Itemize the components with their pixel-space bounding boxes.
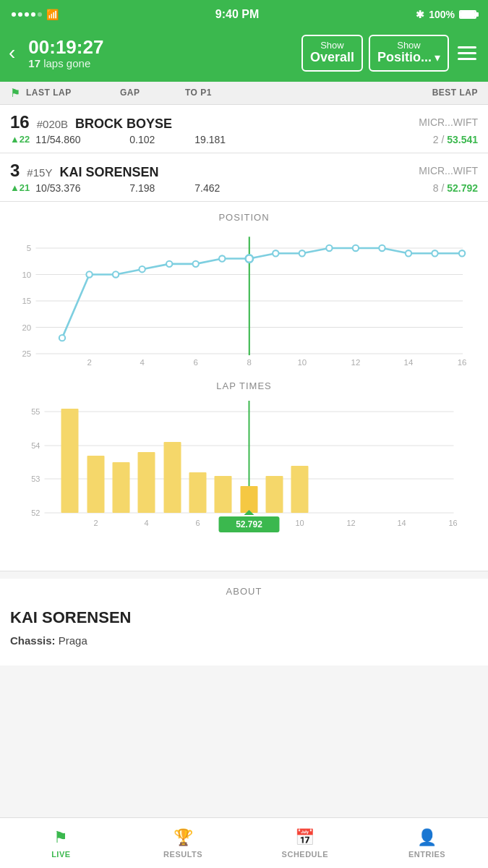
svg-rect-57 — [189, 472, 207, 513]
svg-text:10: 10 — [295, 519, 304, 527]
nav-results[interactable]: 🏆 RESULTS — [122, 818, 244, 868]
driver2-pos-name: 3 #15Y KAI SORENSEN — [10, 161, 158, 181]
svg-text:12: 12 — [346, 519, 355, 527]
svg-text:25: 25 — [22, 349, 31, 358]
show-position-button[interactable]: Show Positio... ▾ — [369, 35, 449, 72]
status-bar: 📶 9:40 PM ✱ 100% — [0, 0, 488, 29]
driver2-gap: 7.198 — [129, 182, 194, 194]
svg-text:4: 4 — [140, 357, 145, 366]
driver1-section[interactable]: 16 #020B BROCK BOYSE MICR...WIFT ▲22 11/… — [0, 105, 488, 153]
svg-text:10: 10 — [22, 270, 31, 278]
lap-times-chart-container: 55 54 53 52 2 4 6 8 10 12 14 16 — [10, 397, 478, 542]
svg-point-30 — [353, 244, 359, 250]
lap-times-chart-title: LAP TIMES — [10, 380, 478, 391]
svg-rect-54 — [113, 462, 130, 513]
driver2-stats: ▲21 10/53.376 7.198 7.462 8 / 52.792 — [10, 182, 478, 194]
svg-point-21 — [113, 271, 119, 277]
status-time: 9:40 PM — [215, 8, 259, 21]
svg-point-24 — [193, 260, 199, 266]
lap-times-chart-svg: 55 54 53 52 2 4 6 8 10 12 14 16 — [10, 397, 478, 542]
about-chassis: Chassis: Praga — [10, 634, 478, 647]
driver1-team: MICR...WIFT — [419, 116, 478, 128]
svg-rect-58 — [215, 476, 232, 513]
hamburger-line-2 — [458, 52, 476, 54]
driver2-number: #15Y — [27, 166, 52, 179]
schedule-icon: 📅 — [295, 828, 314, 847]
svg-rect-60 — [266, 476, 283, 513]
column-headers: ⚑ LAST LAP GAP TO P1 BEST LAP — [0, 82, 488, 105]
svg-point-29 — [326, 244, 332, 250]
driver1-change: ▲22 — [10, 134, 30, 145]
driver2-team: MICR...WIFT — [419, 165, 478, 176]
driver1-position: 16 — [10, 112, 30, 132]
driver2-section[interactable]: 3 #15Y KAI SORENSEN MICR...WIFT ▲21 10/5… — [0, 153, 488, 202]
driver2-to-p1: 7.462 — [194, 182, 260, 194]
battery-icon — [459, 10, 476, 19]
svg-point-26 — [246, 255, 253, 262]
driver1-gap: 0.102 — [129, 134, 194, 145]
live-icon: ⚑ — [53, 828, 68, 847]
nav-entries[interactable]: 👤 ENTRIES — [366, 818, 488, 868]
svg-text:14: 14 — [404, 357, 414, 366]
entries-label: ENTRIES — [408, 850, 445, 859]
flag-icon: ⚑ — [10, 86, 20, 100]
position-chart-svg: 5 10 15 20 25 2 4 6 8 10 12 14 16 — [10, 229, 478, 373]
svg-text:20: 20 — [22, 323, 31, 331]
svg-point-27 — [273, 250, 278, 256]
chassis-label: Chassis: — [10, 634, 56, 647]
svg-point-32 — [406, 250, 411, 256]
bottom-nav: ⚑ LIVE 🏆 RESULTS 📅 SCHEDULE 👤 ENTRIES — [0, 817, 488, 868]
driver2-best-lap-val: 52.792 — [447, 182, 478, 194]
timer-value: 00:19:27 — [28, 37, 294, 58]
laps-text: 17 laps gone — [28, 57, 294, 69]
btn2-label-row: Positio... ▾ — [377, 50, 440, 66]
svg-text:16: 16 — [448, 519, 457, 527]
nav-live[interactable]: ⚑ LIVE — [0, 818, 122, 868]
results-icon: 🏆 — [174, 828, 193, 847]
about-title: ABOUT — [10, 586, 478, 597]
hamburger-line-3 — [458, 58, 476, 60]
svg-text:2: 2 — [93, 519, 98, 527]
entries-icon: 👤 — [417, 828, 437, 847]
col-last-lap: LAST LAP — [26, 88, 120, 98]
position-chart-title: POSITION — [10, 212, 478, 223]
btn1-main-label: Overall — [310, 50, 354, 66]
svg-text:2: 2 — [87, 357, 91, 366]
col-to-p1: TO P1 — [185, 88, 250, 98]
svg-text:12: 12 — [351, 357, 361, 366]
driver1-name: BROCK BOYSE — [75, 116, 172, 132]
svg-point-19 — [59, 335, 65, 341]
status-right: ✱ 100% — [416, 9, 476, 20]
svg-point-31 — [379, 244, 385, 250]
show-overall-button[interactable]: Show Overall — [301, 35, 363, 72]
svg-rect-52 — [61, 409, 79, 513]
svg-text:52.792: 52.792 — [236, 519, 262, 529]
svg-rect-59 — [241, 486, 258, 513]
driver2-best-lap: 8 / 52.792 — [260, 182, 478, 194]
btn2-main-label: Positio... — [377, 50, 432, 66]
back-button[interactable]: ‹ — [9, 40, 21, 66]
live-label: LIVE — [51, 850, 70, 859]
charts-section: POSITION 5 10 15 20 25 2 4 6 8 10 12 14 — [0, 202, 488, 571]
driver1-header: 16 #020B BROCK BOYSE MICR...WIFT — [10, 112, 478, 132]
driver2-change: ▲21 — [10, 182, 30, 193]
svg-text:6: 6 — [194, 357, 198, 366]
driver1-last-lap: 11/54.860 — [35, 134, 129, 145]
svg-text:55: 55 — [31, 407, 40, 416]
timer-section: 00:19:27 17 laps gone — [28, 37, 294, 70]
svg-point-25 — [219, 255, 225, 261]
about-section: ABOUT KAI SORENSEN Chassis: Praga — [0, 579, 488, 665]
chassis-value: Praga — [59, 634, 87, 647]
col-best-lap: BEST LAP — [250, 88, 478, 98]
about-driver-name: KAI SORENSEN — [10, 608, 478, 627]
nav-schedule[interactable]: 📅 SCHEDULE — [244, 818, 367, 868]
driver1-best-lap-num: 2 — [433, 134, 439, 145]
svg-rect-56 — [164, 442, 181, 513]
laps-number: 17 — [28, 57, 40, 69]
battery-percent: 100% — [429, 9, 455, 20]
driver2-last-lap: 10/53.376 — [35, 182, 129, 194]
svg-point-34 — [459, 250, 465, 256]
svg-point-22 — [139, 266, 145, 272]
svg-rect-53 — [87, 456, 105, 513]
menu-button[interactable] — [455, 43, 479, 63]
